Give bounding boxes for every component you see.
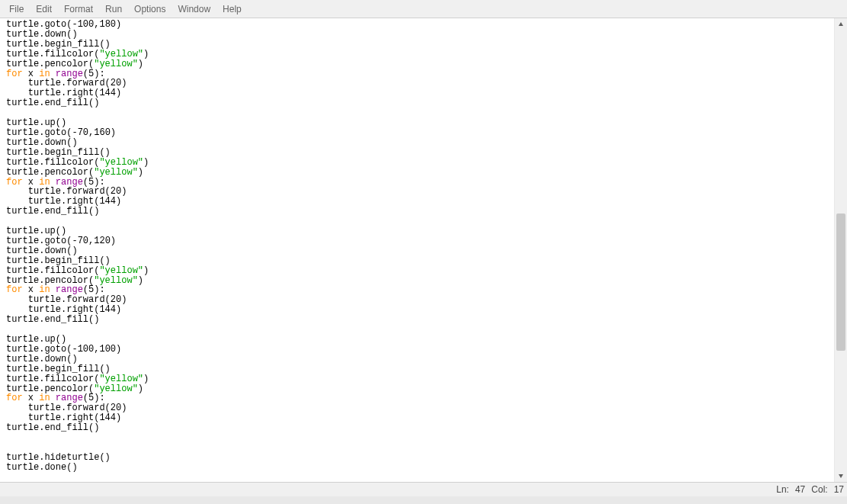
scrollbar-track[interactable] <box>835 30 847 470</box>
code-line[interactable]: turtle.forward(20) <box>6 295 828 305</box>
scroll-up-icon[interactable] <box>835 18 847 30</box>
code-line[interactable]: turtle.forward(20) <box>6 403 828 413</box>
code-line[interactable]: turtle.end_fill() <box>6 207 828 217</box>
code-line[interactable]: turtle.pencolor("yellow") <box>6 276 828 286</box>
status-col-value: 17 <box>834 484 844 495</box>
code-line[interactable]: turtle.right(144) <box>6 305 828 315</box>
status-col-label: Col: <box>811 484 827 495</box>
bottom-strip <box>0 496 847 504</box>
code-line[interactable]: for x in range(5): <box>6 178 828 188</box>
code-line[interactable]: turtle.up() <box>6 118 828 128</box>
code-line[interactable]: turtle.forward(20) <box>6 79 828 88</box>
code-line[interactable]: for x in range(5): <box>6 285 828 295</box>
code-line[interactable]: turtle.end_fill() <box>6 315 828 325</box>
code-line[interactable]: turtle.done() <box>6 463 828 473</box>
scroll-down-icon[interactable] <box>835 470 847 482</box>
code-line[interactable]: turtle.pencolor("yellow") <box>6 59 828 69</box>
code-line[interactable]: turtle.down() <box>6 30 828 40</box>
code-line[interactable] <box>6 108 828 118</box>
status-line-label: Ln: <box>776 484 789 495</box>
status-bar: Ln: 47 Col: 17 <box>0 483 847 496</box>
code-line[interactable]: turtle.down() <box>6 138 828 148</box>
menu-file[interactable]: File <box>3 3 30 15</box>
code-line[interactable]: turtle.right(144) <box>6 197 828 207</box>
code-editor[interactable]: turtle.goto(-100,180)turtle.down()turtle… <box>0 18 834 482</box>
code-line[interactable] <box>6 433 828 443</box>
idle-window: File Edit Format Run Options Window Help… <box>0 0 847 504</box>
editor-area: turtle.goto(-100,180)turtle.down()turtle… <box>0 18 847 482</box>
menu-format[interactable]: Format <box>58 3 99 15</box>
code-line[interactable]: turtle.goto(-70,160) <box>6 128 828 138</box>
code-line[interactable]: turtle.pencolor("yellow") <box>6 384 828 394</box>
vertical-scrollbar[interactable] <box>834 18 847 482</box>
code-line[interactable]: turtle.right(144) <box>6 88 828 98</box>
menu-help[interactable]: Help <box>217 3 248 15</box>
code-line[interactable]: turtle.goto(-100,100) <box>6 345 828 355</box>
code-line[interactable]: turtle.down() <box>6 355 828 364</box>
code-line[interactable]: turtle.pencolor("yellow") <box>6 168 828 178</box>
code-line[interactable]: turtle.end_fill() <box>6 98 828 108</box>
menubar: File Edit Format Run Options Window Help <box>0 0 847 18</box>
scrollbar-thumb[interactable] <box>836 213 845 351</box>
code-line[interactable]: for x in range(5): <box>6 393 828 403</box>
code-line[interactable]: turtle.up() <box>6 335 828 345</box>
status-line-value: 47 <box>795 484 805 495</box>
code-line[interactable]: turtle.right(144) <box>6 413 828 423</box>
menu-options[interactable]: Options <box>128 3 172 15</box>
code-line[interactable] <box>6 217 828 226</box>
code-line[interactable]: turtle.goto(-100,180) <box>6 20 828 30</box>
menu-window[interactable]: Window <box>172 3 217 15</box>
code-line[interactable]: turtle.hideturtle() <box>6 453 828 463</box>
code-line[interactable] <box>6 325 828 335</box>
code-line[interactable] <box>6 473 828 482</box>
code-line[interactable]: turtle.down() <box>6 246 828 256</box>
code-line[interactable] <box>6 443 828 453</box>
code-line[interactable]: turtle.up() <box>6 226 828 236</box>
menu-run[interactable]: Run <box>99 3 128 15</box>
code-line[interactable]: turtle.end_fill() <box>6 423 828 433</box>
code-line[interactable]: turtle.goto(-70,120) <box>6 236 828 246</box>
code-line[interactable]: for x in range(5): <box>6 69 828 79</box>
menu-edit[interactable]: Edit <box>30 3 58 15</box>
code-line[interactable]: turtle.forward(20) <box>6 187 828 197</box>
